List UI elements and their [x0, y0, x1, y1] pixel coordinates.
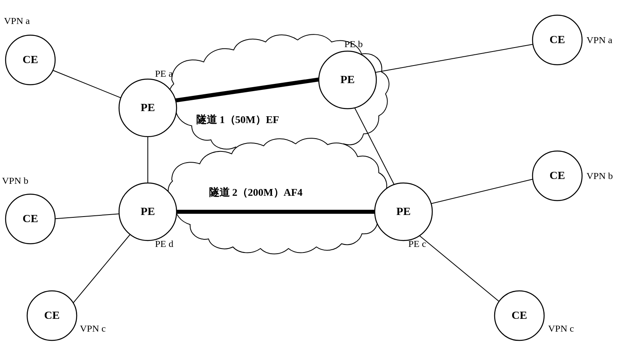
line-pec-to-ce-vpnc-right	[412, 230, 507, 308]
node-pe-d: PE PE d	[119, 183, 177, 249]
sublabel-ped: PE d	[155, 239, 173, 249]
label-ce-vpnb-right: CE	[550, 169, 565, 181]
line-ce-vpnc-left-to-ped	[70, 229, 135, 307]
node-ce-vpnb-left: CE VPN b	[2, 175, 55, 244]
label-ce-vpnb-left: CE	[23, 212, 38, 225]
node-ce-vpna-top-left: CE VPN a	[4, 16, 55, 85]
line-pec-to-ce-vpnb-right	[422, 178, 539, 206]
node-ce-vpna-top-right: CE VPN a	[533, 15, 612, 65]
sublabel-vpnb-right: VPN b	[586, 171, 613, 181]
label-ped: PE	[141, 205, 155, 217]
sublabel-pec: PE c	[408, 239, 426, 249]
label-pec: PE	[396, 205, 411, 217]
sublabel-vpnc-bottom-left: VPN c	[80, 323, 106, 334]
sublabel-vpnb-left: VPN b	[2, 175, 28, 186]
sublabel-pea: PE a	[155, 68, 173, 79]
node-pe-a: PE PE a	[119, 68, 177, 137]
node-ce-vpnc-bottom-right: CE VPN c	[495, 291, 574, 340]
sublabel-vpna-top-left: VPN a	[4, 16, 30, 26]
label-ce-vpnc-bottom-left: CE	[44, 309, 60, 321]
line-peb-to-ce-vpna-right	[367, 43, 539, 74]
label-ce-vpna-top-right: CE	[550, 33, 565, 46]
label-pea: PE	[141, 101, 155, 113]
node-ce-vpnb-right: CE VPN b	[533, 151, 613, 201]
node-pe-c: PE PE c	[375, 183, 432, 249]
tunnel2-label: 隧道 2（200M）AF4	[209, 187, 303, 198]
label-ce-vpna-top-left: CE	[23, 53, 38, 66]
label-peb: PE	[340, 73, 355, 86]
sublabel-vpna-top-right: VPN a	[586, 35, 612, 45]
tunnel1-label: 隧道 1（50M）EF	[196, 114, 279, 125]
node-ce-vpnc-bottom-left: CE VPN c	[27, 291, 106, 340]
sublabel-vpnc-bottom-right: VPN c	[548, 323, 574, 334]
label-ce-vpnc-bottom-right: CE	[512, 309, 527, 321]
sublabel-peb: PE b	[344, 39, 363, 49]
